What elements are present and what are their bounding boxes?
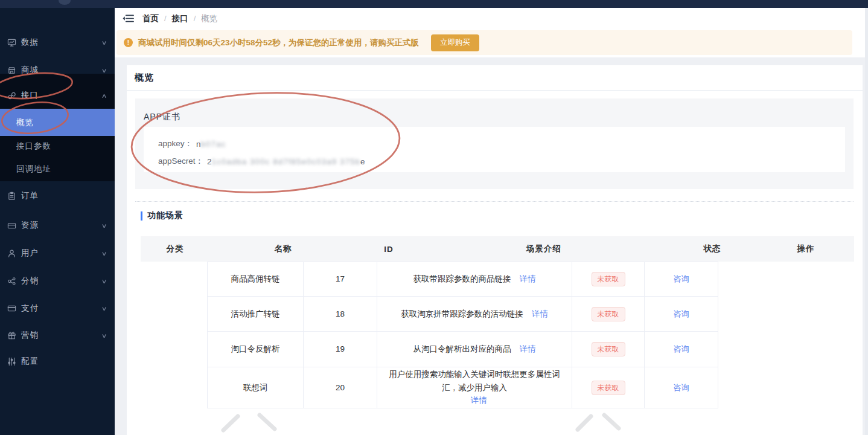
breadcrumb-item-home[interactable]: 首页 <box>142 13 159 24</box>
sidebar: 数据 ∨ 商城 ∨ 接口 ∧ 概览 接口参数 回调地址 <box>0 8 115 435</box>
feature-scenes-title: 功能场景 <box>147 210 183 221</box>
cell-status: 未获取 <box>572 262 645 297</box>
logo-partial <box>59 0 71 5</box>
consult-link[interactable]: 咨询 <box>673 381 689 395</box>
credit-card-icon <box>7 303 16 313</box>
trial-warning-banner: ! 商城试用时间仅剩06天23小时58分52秒，为保证您的正常使用，请购买正式版… <box>116 30 852 55</box>
sidebar-item-label: 用户 <box>21 248 39 259</box>
sidebar-item-label: 接口 <box>21 90 39 101</box>
link-icon <box>7 91 16 100</box>
card-icon <box>7 221 16 230</box>
scene-intro-text: 获取淘京拼带跟踪参数的活动链接 <box>401 308 523 321</box>
table-row: 活动推广转链 18 获取淘京拼带跟踪参数的活动链接 详情 未获取 咨询 <box>208 297 718 332</box>
cell-name: 淘口令反解析 <box>208 332 304 367</box>
panel-title-row: 概览 <box>127 65 863 91</box>
chevron-down-icon: ∨ <box>101 222 107 229</box>
appkey-value-redacted: b07ac <box>201 140 226 149</box>
cell-status: 未获取 <box>572 367 645 408</box>
appsecret-row: appSecret： 2 1c0adba 300c 8d7f85e0c03a9 … <box>158 153 845 169</box>
app-certificate-card: appkey： n b07ac appSecret： 2 1c0adba 300… <box>144 127 845 172</box>
app-certificate-title: APP证书 <box>144 112 180 123</box>
status-badge: 未获取 <box>592 381 625 395</box>
chevron-down-icon: ∨ <box>101 67 107 74</box>
breadcrumb: 首页 / 接口 / 概览 <box>123 8 217 29</box>
status-badge: 未获取 <box>592 307 625 321</box>
consult-link[interactable]: 咨询 <box>673 308 689 321</box>
warning-icon: ! <box>124 38 133 47</box>
chevron-up-icon: ∧ <box>101 92 107 99</box>
sidebar-item-overview[interactable]: 概览 <box>0 109 115 136</box>
cell-action: 咨询 <box>645 262 718 297</box>
cell-id: 19 <box>304 332 377 367</box>
sidebar-item-callback-address[interactable]: 回调地址 <box>0 156 115 182</box>
sidebar-item-label: 接口参数 <box>16 141 51 152</box>
sidebar-item-label: 分销 <box>21 276 39 286</box>
cell-action: 咨询 <box>645 367 718 408</box>
appsecret-value-start: 2 <box>207 157 212 166</box>
consult-link[interactable]: 咨询 <box>673 343 689 356</box>
cell-scene-intro: 获取带跟踪参数的商品链接 详情 <box>377 262 572 297</box>
collapse-sidebar-icon[interactable] <box>123 14 134 23</box>
cell-id: 20 <box>304 367 377 408</box>
cell-name: 活动推广转链 <box>208 297 304 332</box>
sidebar-item-data[interactable]: 数据 ∨ <box>0 30 115 55</box>
table-header-row: 分类 名称 ID 场景介绍 状态 操作 <box>141 236 854 262</box>
sidebar-item-label: 营销 <box>21 330 39 341</box>
table-body: 商品高佣转链 17 获取带跟踪参数的商品链接 详情 未获取 咨询 活动推广转链 … <box>207 262 718 408</box>
sidebar-item-label: 配置 <box>21 356 39 367</box>
top-bar <box>0 0 868 8</box>
app-window: 数据 ∨ 商城 ∨ 接口 ∧ 概览 接口参数 回调地址 <box>0 0 868 435</box>
page-title: 概览 <box>135 72 154 83</box>
chevron-down-icon: ∨ <box>101 39 107 46</box>
cell-status: 未获取 <box>572 297 645 332</box>
column-header-scene-intro: 场景介绍 <box>421 243 667 254</box>
detail-link[interactable]: 详情 <box>532 308 548 321</box>
sidebar-item-api[interactable]: 接口 ∧ <box>0 83 115 108</box>
sidebar-item-label: 订单 <box>21 190 39 201</box>
sidebar-item-settings[interactable]: 配置 <box>0 349 115 374</box>
detail-link[interactable]: 详情 <box>520 272 536 286</box>
column-header-action: 操作 <box>758 243 854 254</box>
trial-warning-text: 商城试用时间仅剩06天23小时58分52秒，为保证您的正常使用，请购买正式版 <box>138 37 419 48</box>
cell-action: 咨询 <box>645 297 718 332</box>
sidebar-item-payment[interactable]: 支付 ∨ <box>0 295 115 321</box>
sidebar-item-label: 回调地址 <box>16 164 51 175</box>
sidebar-item-label: 概览 <box>16 117 34 128</box>
sidebar-item-label: 商城 <box>21 65 39 76</box>
dotted-divider <box>135 201 854 202</box>
monitor-icon <box>7 37 16 47</box>
chevron-down-icon: ∨ <box>101 332 107 339</box>
breadcrumb-item-overview: 概览 <box>201 13 217 24</box>
sidebar-item-distribution[interactable]: 分销 ∨ <box>0 268 115 294</box>
table-row: 联想词 20 用户使用搜索功能输入关键词时联想更多属性词汇，减少用户输入 详情 … <box>208 367 718 408</box>
breadcrumb-separator: / <box>164 14 167 23</box>
clipboard-icon <box>7 191 16 201</box>
appkey-label: appkey： <box>158 138 193 149</box>
chevron-down-icon: ∨ <box>101 278 107 285</box>
cell-name: 商品高佣转链 <box>208 262 304 297</box>
app-certificate-section: APP证书 appkey： n b07ac appSecret： 2 1c0ad… <box>135 98 854 189</box>
buy-now-button[interactable]: 立即购买 <box>431 34 479 51</box>
sidebar-item-api-params[interactable]: 接口参数 <box>0 134 115 159</box>
detail-link[interactable]: 详情 <box>471 394 487 407</box>
cell-id: 18 <box>304 297 377 332</box>
sliders-icon <box>7 356 16 366</box>
column-header-name: 名称 <box>209 243 357 254</box>
sidebar-item-mall[interactable]: 商城 ∨ <box>0 57 115 83</box>
scrollbar-track[interactable] <box>865 8 868 435</box>
cell-id: 17 <box>304 262 377 297</box>
sidebar-item-label: 数据 <box>21 37 39 48</box>
sidebar-item-resources[interactable]: 资源 ∨ <box>0 213 115 238</box>
share-nodes-icon <box>7 276 16 286</box>
sidebar-item-marketing[interactable]: 营销 ∨ <box>0 323 115 348</box>
detail-link[interactable]: 详情 <box>520 343 536 356</box>
shop-icon <box>7 65 16 75</box>
consult-link[interactable]: 咨询 <box>673 272 689 286</box>
cell-scene-intro: 用户使用搜索功能输入关键词时联想更多属性词汇，减少用户输入 详情 <box>377 367 572 408</box>
chevron-down-icon: ∨ <box>101 305 107 312</box>
sidebar-item-users[interactable]: 用户 ∨ <box>0 240 115 266</box>
breadcrumb-item-api[interactable]: 接口 <box>172 13 188 24</box>
sidebar-item-orders[interactable]: 订单 <box>0 183 115 208</box>
cell-scene-intro: 从淘口令解析出对应的商品 详情 <box>377 332 572 367</box>
status-badge: 未获取 <box>592 272 625 286</box>
